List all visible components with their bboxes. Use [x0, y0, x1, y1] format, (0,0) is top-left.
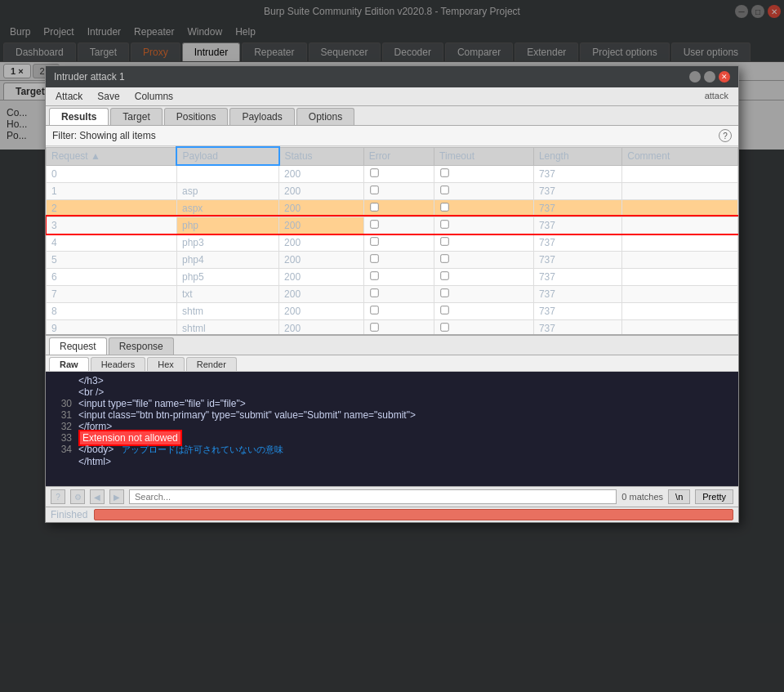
col-header-error[interactable]: Error: [363, 147, 434, 150]
dialog-overlay: Intruder attack 1 ✕ Attack Save Columns …: [0, 0, 784, 150]
dialog-menu-save[interactable]: Save: [91, 89, 126, 104]
results-table-container[interactable]: Request ▲ Payload Status Error Timeout L…: [46, 146, 738, 150]
filter-text[interactable]: Filter: Showing all items: [52, 130, 156, 141]
dialog-close-button[interactable]: ✕: [719, 71, 730, 83]
col-header-comment[interactable]: Comment: [622, 147, 738, 150]
dialog-tab-payloads[interactable]: Payloads: [229, 108, 294, 125]
dialog-menu-attack[interactable]: Attack: [49, 89, 89, 104]
dialog-title-controls: ✕: [689, 71, 730, 83]
filter-help-icon[interactable]: ?: [719, 129, 732, 142]
dialog-tab-positions[interactable]: Positions: [164, 108, 229, 125]
dialog-maximize-button[interactable]: [704, 71, 715, 83]
dialog-tab-options[interactable]: Options: [296, 108, 354, 125]
col-header-length[interactable]: Length: [533, 147, 621, 150]
dialog-tab-target[interactable]: Target: [110, 108, 162, 125]
col-header-status[interactable]: Status: [279, 147, 364, 150]
results-table: Request ▲ Payload Status Error Timeout L…: [46, 146, 738, 150]
intruder-attack-dialog: Intruder attack 1 ✕ Attack Save Columns …: [45, 65, 739, 150]
dialog-menu: Attack Save Columns attack: [46, 87, 738, 106]
dialog-tab-results[interactable]: Results: [49, 108, 109, 125]
dialog-minimize-button[interactable]: [689, 71, 701, 83]
dialog-tabs: Results Target Positions Payloads Option…: [46, 106, 738, 126]
side-label-attack: attack: [698, 89, 735, 104]
col-header-request[interactable]: Request ▲: [47, 147, 177, 150]
filter-bar: Filter: Showing all items ?: [46, 126, 738, 146]
col-header-timeout[interactable]: Timeout: [434, 147, 534, 150]
dialog-menu-columns[interactable]: Columns: [128, 89, 180, 104]
dialog-title-bar: Intruder attack 1 ✕: [46, 66, 738, 87]
col-header-payload[interactable]: Payload: [176, 147, 278, 150]
dialog-title: Intruder attack 1: [54, 71, 125, 83]
